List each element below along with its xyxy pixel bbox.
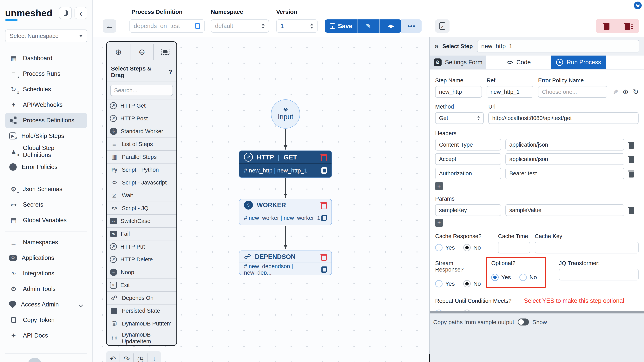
- sidebar-item-integrations[interactable]: ∿ Integrations: [5, 266, 87, 281]
- url-input[interactable]: [488, 112, 638, 124]
- palette-step-item[interactable]: ↗ HTTP Delete: [107, 253, 176, 266]
- panel-resize-handle[interactable]: [429, 354, 430, 362]
- palette-step-item[interactable]: ↔ SwitchCase: [107, 214, 176, 227]
- redo-button[interactable]: ↷: [120, 353, 133, 362]
- palette-step-item[interactable]: ↗ HTTP Post: [107, 112, 176, 125]
- tab-settings-form[interactable]: ⚙ Settings Form: [430, 56, 486, 69]
- sidebar-item-process-definitions[interactable]: Process Definitions: [5, 113, 87, 128]
- compare-versions-button[interactable]: ◀▶: [380, 20, 402, 33]
- palette-step-item[interactable]: ⛁ DynamoDB PutItem: [107, 317, 176, 330]
- scroll-down-badge[interactable]: [634, 2, 642, 9]
- sidebar-item-hold-skip-steps[interactable]: ▶⚙ Hold/Skip Steps: [5, 128, 87, 144]
- palette-step-item[interactable]: <> Script - Javascript: [107, 176, 176, 189]
- theme-toggle-button[interactable]: [59, 7, 72, 19]
- delete-all-versions-button[interactable]: [618, 19, 639, 33]
- collapse-panel-icon[interactable]: »: [434, 42, 438, 51]
- palette-step-item[interactable]: <> Script - JQ: [107, 202, 176, 214]
- error-policy-input[interactable]: [538, 86, 607, 98]
- header-key-input[interactable]: [435, 139, 501, 151]
- palette-step-item[interactable]: ▥ Parallel Steps: [107, 150, 176, 163]
- select-step-input[interactable]: [477, 40, 639, 53]
- cache-key-input[interactable]: [535, 242, 638, 253]
- copy-icon[interactable]: [322, 167, 327, 174]
- zoom-in-button[interactable]: ⊕: [107, 47, 130, 56]
- palette-step-item[interactable]: ↗ HTTP Put: [107, 240, 176, 253]
- palette-step-item[interactable]: ☍ Depends On: [107, 291, 176, 304]
- refresh-icon[interactable]: ↻: [633, 88, 638, 96]
- undo-button[interactable]: ↶: [106, 353, 120, 362]
- sidebar-item-process-runs[interactable]: ≡● Process Runs: [5, 66, 87, 82]
- node-dependson[interactable]: ☍ DEPENDSON # new_dependson | new_dep...: [239, 250, 332, 275]
- sidebar-item-json-schemas[interactable]: ⚙✦ Json Schemas: [5, 181, 87, 197]
- param-value-input[interactable]: [506, 204, 624, 216]
- more-actions-button[interactable]: •••: [402, 20, 422, 33]
- delete-param-icon[interactable]: [628, 207, 634, 213]
- delete-step-icon[interactable]: [321, 202, 327, 208]
- sidebar-item-api-docs[interactable]: ✦ API Docs: [5, 328, 87, 343]
- version-stepper[interactable]: 1: [276, 20, 318, 33]
- sidebar-item-access-admin[interactable]: Access Admin: [5, 297, 87, 312]
- header-key-input[interactable]: [435, 168, 501, 179]
- delete-step-icon[interactable]: [321, 253, 327, 260]
- method-select[interactable]: Get: [435, 112, 484, 124]
- sidebar-item-admin-tools[interactable]: ⚙ Admin Tools: [5, 281, 87, 297]
- namespace-select[interactable]: Select Namespace: [5, 30, 87, 42]
- palette-step-item[interactable]: Persisted State: [107, 304, 176, 317]
- ref-input[interactable]: [486, 86, 533, 98]
- tab-run-process[interactable]: Run Process: [551, 56, 606, 69]
- copy-icon[interactable]: [195, 23, 200, 29]
- clipboard-check-button[interactable]: ✓: [435, 20, 450, 33]
- namespace-dropdown[interactable]: default: [211, 20, 269, 33]
- palette-step-item[interactable]: ≡ List of Steps: [107, 138, 176, 150]
- delete-header-icon[interactable]: [628, 141, 634, 148]
- palette-step-item[interactable]: ↗ HTTP Get: [107, 99, 176, 112]
- download-button[interactable]: ↓: [147, 353, 161, 362]
- cache-response-yes-radio[interactable]: Yes: [435, 244, 455, 251]
- add-param-button[interactable]: +: [435, 219, 443, 227]
- optional-no-radio[interactable]: No: [520, 274, 537, 281]
- delete-version-button[interactable]: [596, 19, 618, 33]
- sidebar-item-error-policies[interactable]: ! Error Policies: [5, 159, 87, 175]
- header-value-input[interactable]: [506, 168, 624, 179]
- tab-code[interactable]: <> Code: [486, 56, 551, 69]
- delete-header-icon[interactable]: [628, 156, 634, 162]
- history-button[interactable]: ◷: [133, 353, 147, 362]
- header-key-input[interactable]: [435, 153, 501, 165]
- palette-step-item[interactable]: Py Script - Python: [107, 163, 176, 176]
- node-input[interactable]: Input: [271, 99, 300, 129]
- add-header-button[interactable]: +: [435, 182, 443, 190]
- node-http-get[interactable]: ↗ HTTP | GET # new_http | new_http_1: [239, 151, 332, 178]
- edit-definition-button[interactable]: ✎: [358, 20, 380, 33]
- save-button[interactable]: Save: [325, 20, 358, 33]
- copy-icon[interactable]: [322, 266, 327, 273]
- delete-header-icon[interactable]: [628, 170, 634, 177]
- avatar[interactable]: [28, 358, 42, 362]
- sidebar-item-api-webhooks[interactable]: ✦ API/Webhooks: [5, 97, 87, 113]
- palette-search-input[interactable]: [110, 85, 173, 96]
- header-value-input[interactable]: [506, 139, 624, 151]
- palette-step-item[interactable]: − Noop: [107, 266, 176, 278]
- jq-transformer-input[interactable]: [559, 269, 638, 280]
- back-button[interactable]: ←: [103, 20, 116, 33]
- sidebar-item-global-variables[interactable]: ▤ Global Variables: [5, 212, 87, 228]
- stream-response-yes-radio[interactable]: Yes: [435, 280, 455, 287]
- add-circle-icon[interactable]: ⊕: [623, 88, 628, 96]
- palette-step-item[interactable]: ✕ Exit: [107, 278, 176, 291]
- sidebar-collapse-button[interactable]: ‹: [74, 7, 87, 19]
- param-key-input[interactable]: [435, 204, 501, 216]
- sidebar-item-schedules[interactable]: ↻⚙ Schedules: [5, 82, 87, 97]
- sidebar-item-namespaces[interactable]: ≣ Namespaces: [5, 235, 87, 250]
- header-value-input[interactable]: [506, 153, 624, 165]
- palette-step-item[interactable]: ⧖ Wait: [107, 189, 176, 202]
- copy-icon[interactable]: [322, 215, 327, 221]
- stream-response-no-radio[interactable]: No: [463, 280, 481, 287]
- copy-paths-toggle[interactable]: [518, 318, 529, 325]
- workflow-canvas[interactable]: ⊕ ⊖ Select Steps & Drag ? ↗: [93, 37, 429, 362]
- sidebar-item-secrets[interactable]: ⊶ Secrets: [5, 197, 87, 212]
- palette-step-item[interactable]: ϟ Standard Worker: [107, 125, 176, 138]
- horizontal-scrollbar[interactable]: [430, 311, 644, 313]
- optional-yes-radio[interactable]: Yes: [491, 274, 511, 281]
- zoom-out-button[interactable]: ⊖: [130, 44, 153, 60]
- cache-time-input[interactable]: [498, 242, 530, 253]
- palette-step-item[interactable]: ∿ Fail: [107, 227, 176, 240]
